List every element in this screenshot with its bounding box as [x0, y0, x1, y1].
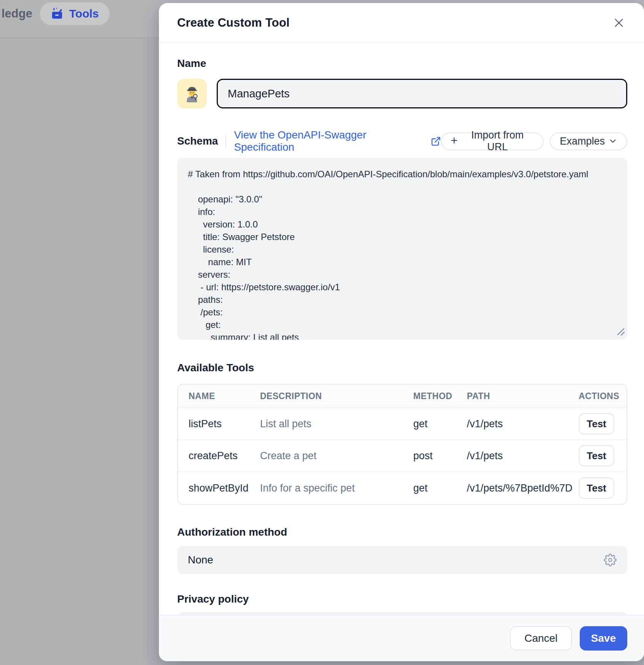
create-custom-tool-modal: Create Custom Tool Name [159, 3, 644, 661]
tool-name: listPets [189, 418, 260, 430]
schema-label: Schema [177, 135, 218, 147]
column-header-description: DESCRIPTION [260, 391, 413, 401]
authorization-method-heading: Authorization method [177, 526, 627, 538]
examples-button-label: Examples [560, 135, 605, 147]
avatar-emoji-picker[interactable] [177, 79, 207, 108]
plus-icon: + [451, 135, 458, 146]
name-label: Name [177, 57, 627, 70]
column-header-method: METHOD [413, 391, 467, 401]
privacy-policy-heading: Privacy policy [177, 593, 627, 605]
tool-path: /v1/pets/%7BpetId%7D [467, 482, 579, 494]
table-row: showPetById Info for a specific pet get … [178, 472, 627, 504]
available-tools-table: NAME DESCRIPTION METHOD PATH ACTIONS lis… [177, 384, 627, 505]
name-input[interactable] [217, 79, 627, 108]
test-button[interactable]: Test [579, 477, 614, 499]
tools-icon [51, 7, 64, 21]
openapi-spec-link[interactable]: View the OpenAPI-Swagger Specification [234, 129, 441, 153]
tool-method: get [413, 418, 467, 430]
chevron-down-icon [608, 137, 617, 146]
detective-emoji-icon [182, 84, 201, 103]
column-header-path: PATH [467, 391, 579, 401]
vertical-divider [225, 135, 226, 147]
modal-header: Create Custom Tool [159, 3, 644, 43]
gear-icon[interactable] [604, 554, 617, 566]
available-tools-heading: Available Tools [177, 362, 627, 374]
close-button[interactable] [611, 14, 627, 31]
test-button[interactable]: Test [579, 445, 614, 466]
table-row: createPets Create a pet post /v1/pets Te… [178, 440, 627, 472]
authorization-method-field[interactable]: None [177, 546, 627, 574]
table-row: listPets List all pets get /v1/pets Test [178, 408, 627, 440]
tool-description: Create a pet [260, 450, 413, 462]
import-button-label: Import from URL [461, 129, 534, 153]
schema-row: Schema View the OpenAPI-Swagger Specific… [177, 129, 627, 153]
tool-description: Info for a specific pet [260, 482, 413, 494]
schema-buttons: + Import from URL Examples [441, 132, 628, 150]
tool-path: /v1/pets [467, 450, 579, 462]
column-header-name: NAME [189, 391, 260, 401]
name-row [177, 79, 627, 108]
tool-name: showPetById [189, 482, 260, 494]
column-header-actions: ACTIONS [579, 391, 619, 401]
authorization-method-value: None [188, 554, 213, 566]
tool-method: post [413, 450, 467, 462]
tool-method: get [413, 482, 467, 494]
resize-handle[interactable] [615, 326, 625, 337]
modal-footer: Cancel Save [159, 615, 644, 661]
close-icon [613, 17, 625, 29]
tools-tab-label: Tools [69, 7, 99, 20]
examples-dropdown-button[interactable]: Examples [550, 132, 627, 150]
cancel-button[interactable]: Cancel [510, 626, 572, 651]
tool-name: createPets [189, 450, 260, 462]
save-button[interactable]: Save [580, 626, 627, 651]
import-from-url-button[interactable]: + Import from URL [441, 132, 544, 150]
schema-textarea-content[interactable]: # Taken from https://github.com/OAI/Open… [177, 158, 627, 340]
table-header-row: NAME DESCRIPTION METHOD PATH ACTIONS [178, 385, 627, 408]
test-button[interactable]: Test [579, 413, 614, 434]
background-tab-knowledge-partial[interactable]: ledge [2, 7, 32, 21]
tool-description: List all pets [260, 418, 413, 430]
spec-link-label: View the OpenAPI-Swagger Specification [234, 129, 426, 153]
modal-title: Create Custom Tool [177, 16, 290, 30]
schema-editor[interactable]: # Taken from https://github.com/OAI/Open… [177, 158, 627, 340]
external-link-icon [431, 136, 441, 146]
tool-path: /v1/pets [467, 418, 579, 430]
modal-body: Name [159, 57, 644, 630]
background-tab-tools[interactable]: Tools [40, 2, 109, 25]
